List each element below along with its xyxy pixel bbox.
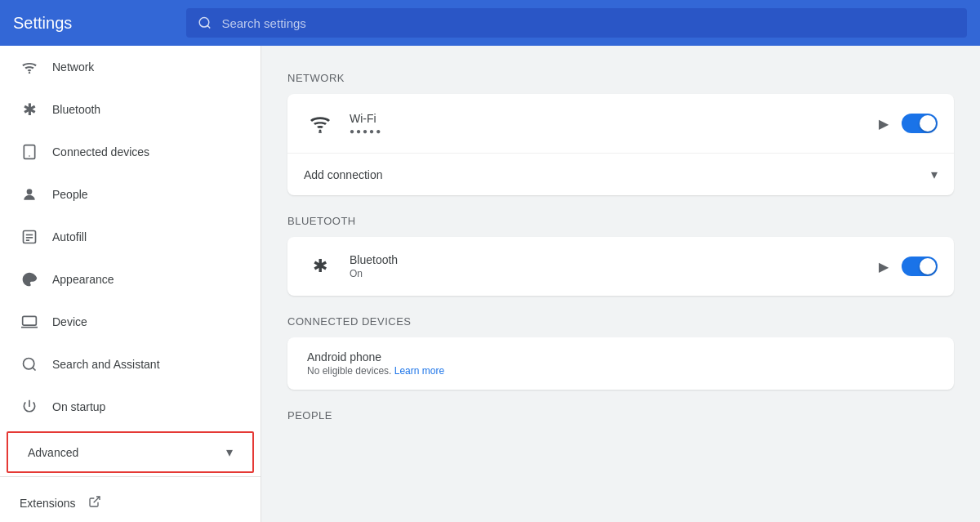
- power-icon: [20, 397, 39, 417]
- sidebar-item-appearance[interactable]: Appearance: [0, 258, 261, 301]
- learn-more-link[interactable]: Learn more: [394, 365, 444, 377]
- svg-point-16: [24, 359, 34, 369]
- connected-devices-section-title: Connected devices: [287, 315, 954, 328]
- wifi-actions: ▶: [879, 114, 938, 133]
- svg-line-18: [94, 497, 100, 502]
- bluetooth-chevron-icon: ▶: [879, 259, 889, 274]
- external-link-icon: [88, 495, 101, 511]
- sidebar-item-bluetooth[interactable]: ✱ Bluetooth: [0, 88, 261, 131]
- svg-point-5: [27, 189, 33, 194]
- wifi-icon: [20, 57, 39, 77]
- add-connection-chevron-icon: ▾: [931, 167, 938, 182]
- content-area: Network Wi-Fi ●●●: [261, 46, 980, 522]
- android-phone-title: Android phone: [307, 350, 938, 364]
- wifi-title: Wi-Fi: [350, 112, 866, 125]
- search-bar[interactable]: [186, 8, 967, 38]
- svg-point-2: [29, 72, 30, 74]
- svg-point-13: [32, 278, 34, 280]
- header: Settings: [0, 0, 980, 46]
- chevron-down-icon: ▾: [226, 444, 233, 460]
- search-input[interactable]: [221, 16, 956, 30]
- sidebar-item-extensions[interactable]: Extensions: [0, 484, 261, 522]
- bluetooth-text: Bluetooth On: [350, 253, 866, 279]
- palette-icon: [20, 270, 39, 289]
- advanced-item[interactable]: Advanced ▾: [7, 431, 254, 473]
- svg-point-12: [30, 275, 33, 278]
- add-connection-label: Add connection: [304, 168, 924, 181]
- bluetooth-toggle[interactable]: [902, 257, 938, 276]
- sidebar: Network ✱ Bluetooth Connected devices: [0, 46, 261, 522]
- sidebar-label-appearance: Appearance: [52, 273, 114, 286]
- bluetooth-section-title: Bluetooth: [287, 215, 954, 227]
- network-card: Wi-Fi ●●●●● ▶ Add connection ▾: [287, 94, 954, 195]
- sidebar-item-network[interactable]: Network: [0, 46, 261, 88]
- sidebar-bottom: Extensions About Chrome OS: [0, 476, 261, 522]
- sidebar-label-network: Network: [52, 60, 94, 74]
- search-icon: [198, 16, 212, 30]
- connected-devices-section: Connected devices Android phone No eligi…: [287, 315, 954, 390]
- advanced-label: Advanced: [28, 446, 78, 459]
- autofill-icon: [20, 227, 39, 247]
- tablet-icon: [20, 142, 39, 162]
- sidebar-item-search-assistant[interactable]: Search and Assistant: [0, 343, 261, 386]
- search-sidebar-icon: [20, 355, 39, 374]
- bluetooth-card: ✱ Bluetooth On ▶: [287, 237, 954, 296]
- network-section: Network Wi-Fi ●●●: [287, 72, 954, 195]
- sidebar-label-bluetooth: Bluetooth: [52, 103, 100, 116]
- svg-point-10: [24, 278, 27, 280]
- sidebar-item-people[interactable]: People: [0, 173, 261, 216]
- person-icon: [20, 185, 39, 204]
- wifi-row[interactable]: Wi-Fi ●●●●● ▶: [287, 94, 954, 154]
- bluetooth-subtitle: On: [350, 268, 866, 279]
- main-layout: Network ✱ Bluetooth Connected devices: [0, 46, 980, 522]
- app-title: Settings: [13, 14, 176, 33]
- bluetooth-title: Bluetooth: [350, 253, 866, 266]
- bluetooth-section: Bluetooth ✱ Bluetooth On ▶: [287, 215, 954, 296]
- people-section: People: [287, 409, 954, 422]
- svg-rect-20: [318, 132, 322, 133]
- wifi-card-icon: [304, 107, 336, 140]
- android-phone-row: Android phone No eligible devices. Learn…: [287, 337, 954, 390]
- sidebar-label-people: People: [52, 188, 88, 201]
- sidebar-item-on-startup[interactable]: On startup: [0, 386, 261, 428]
- wifi-text: Wi-Fi ●●●●●: [350, 112, 866, 136]
- svg-rect-14: [23, 316, 37, 325]
- svg-point-0: [199, 17, 209, 27]
- add-connection-row[interactable]: Add connection ▾: [287, 154, 954, 195]
- sidebar-item-autofill[interactable]: Autofill: [0, 216, 261, 258]
- svg-point-11: [27, 275, 29, 278]
- bluetooth-icon: ✱: [20, 100, 39, 119]
- sidebar-label-autofill: Autofill: [52, 230, 87, 243]
- sidebar-label-on-startup: On startup: [52, 400, 105, 413]
- sidebar-label-search-assistant: Search and Assistant: [52, 358, 160, 371]
- connected-devices-card: Android phone No eligible devices. Learn…: [287, 337, 954, 390]
- wifi-chevron-icon: ▶: [879, 116, 889, 132]
- wifi-toggle[interactable]: [902, 114, 938, 133]
- bluetooth-actions: ▶: [879, 257, 938, 276]
- svg-line-17: [33, 368, 36, 371]
- people-section-title: People: [287, 409, 954, 422]
- network-section-title: Network: [287, 72, 954, 84]
- sidebar-label-connected-devices: Connected devices: [52, 145, 149, 158]
- laptop-icon: [20, 312, 39, 332]
- bluetooth-card-icon: ✱: [304, 250, 336, 283]
- svg-line-1: [207, 25, 210, 28]
- wifi-subtitle: ●●●●●: [350, 127, 866, 136]
- extensions-label: Extensions: [20, 497, 75, 510]
- sidebar-item-device[interactable]: Device: [0, 301, 261, 343]
- android-phone-text: Android phone No eligible devices. Learn…: [304, 350, 938, 377]
- android-phone-subtitle: No eligible devices. Learn more: [307, 365, 938, 377]
- sidebar-item-connected-devices[interactable]: Connected devices: [0, 131, 261, 173]
- advanced-label-area: Advanced: [28, 446, 78, 459]
- sidebar-label-device: Device: [52, 315, 87, 328]
- bluetooth-row[interactable]: ✱ Bluetooth On ▶: [287, 237, 954, 296]
